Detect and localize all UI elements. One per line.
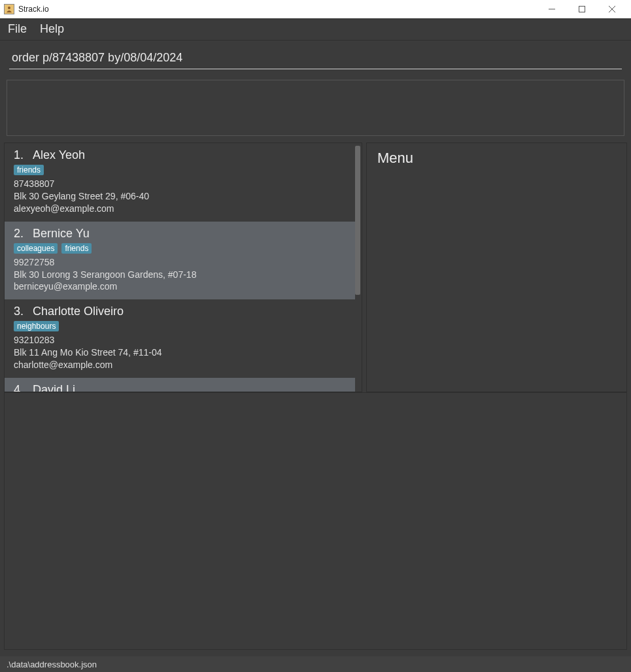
contact-email: berniceyu@example.com [14,280,346,293]
contact-name: Alex Yeoh [33,148,85,162]
tag: friends [61,243,92,254]
menu-file[interactable]: File [8,22,27,36]
contact-name: Bernice Yu [33,227,90,241]
app-icon [4,4,14,14]
contact-index: 3. [14,305,24,318]
status-path: .\data\addressbook.json [7,660,97,669]
window-controls [537,0,627,18]
contact-address: Blk 30 Geylang Street 29, #06-40 [14,190,346,203]
minimize-button[interactable] [537,0,567,18]
contact-tags: neighbours [14,321,346,331]
contact-phone: 93210283 [14,334,346,346]
contact-card[interactable]: 2.Bernice Yucolleaguesfriends99272758Blk… [5,222,355,300]
menu-panel-title: Menu [377,150,616,167]
contact-card[interactable]: 4.David Lifamily91031282 [5,378,355,392]
tag: neighbours [14,321,59,331]
contact-name: Charlotte Oliveiro [33,305,124,318]
tag: friends [14,165,44,175]
svg-rect-2 [579,7,585,12]
contact-tags: colleaguesfriends [14,243,346,254]
contact-address: Blk 11 Ang Mo Kio Street 74, #11-04 [14,346,346,359]
command-input[interactable] [9,47,622,69]
contact-card[interactable]: 1.Alex Yeohfriends87438807Blk 30 Geylang… [5,143,355,222]
contact-list[interactable]: 1.Alex Yeohfriends87438807Blk 30 Geylang… [5,143,355,392]
contact-tags: friends [14,165,346,175]
contact-phone: 87438807 [14,178,346,190]
main-split: 1.Alex Yeohfriends87438807Blk 30 Geylang… [0,140,631,392]
menu-panel: Menu [366,143,627,392]
window-title: Strack.io [18,5,537,14]
menu-help[interactable]: Help [40,22,64,36]
svg-point-0 [8,7,10,9]
contact-index: 4. [14,383,24,392]
bottom-pane [4,392,627,650]
tag: colleagues [14,243,58,254]
close-button[interactable] [597,0,627,18]
contact-phone: 99272758 [14,256,346,269]
contact-email: charlotte@example.com [14,359,346,371]
scrollbar[interactable] [355,146,360,295]
menubar: File Help [0,18,631,41]
contact-index: 1. [14,148,24,162]
contact-address: Blk 30 Lorong 3 Serangoon Gardens, #07-1… [14,269,346,281]
contact-email: alexyeoh@example.com [14,203,346,215]
result-display [7,80,624,136]
window-titlebar: Strack.io [0,0,631,18]
maximize-button[interactable] [567,0,597,18]
status-bar: .\data\addressbook.json [0,656,631,672]
contact-list-panel: 1.Alex Yeohfriends87438807Blk 30 Geylang… [4,143,362,392]
contact-card[interactable]: 3.Charlotte Oliveironeighbours93210283Bl… [5,299,355,378]
contact-name: David Li [33,383,75,392]
contact-index: 2. [14,227,24,241]
command-area [0,41,631,75]
scrollbar-thumb[interactable] [355,146,360,295]
